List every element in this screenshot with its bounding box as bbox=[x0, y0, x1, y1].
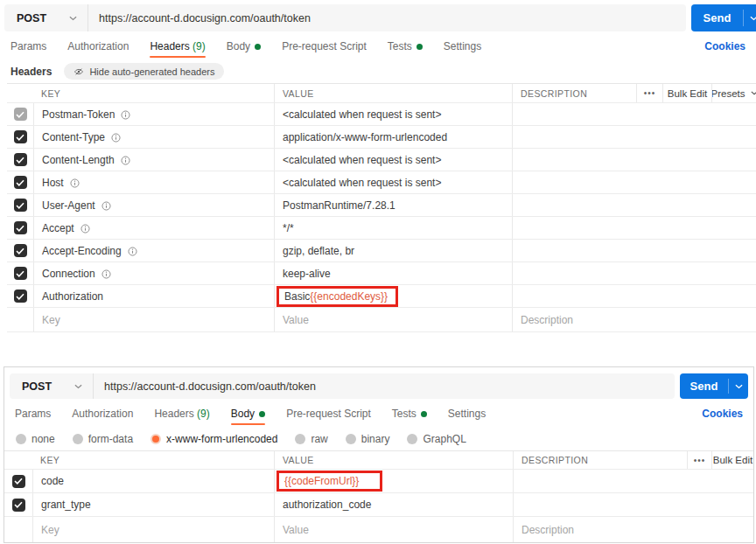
row-checkbox[interactable] bbox=[14, 267, 27, 280]
row-checkbox[interactable] bbox=[14, 289, 27, 303]
row-checkbox[interactable] bbox=[14, 108, 27, 121]
body-mode-none[interactable]: none bbox=[16, 433, 55, 445]
presets-dropdown[interactable]: Presets bbox=[711, 84, 756, 102]
key-cell[interactable]: Accept-Encoding bbox=[33, 240, 274, 262]
tab-settings[interactable]: Settings bbox=[448, 408, 486, 427]
value-cell[interactable]: application/x-www-form-urlencoded bbox=[274, 126, 512, 148]
info-icon bbox=[102, 269, 111, 279]
value-cell[interactable]: authorization_code bbox=[274, 493, 513, 516]
request-panel-headers: POST https://account-d.docusign.com/oaut… bbox=[0, 0, 756, 343]
description-cell[interactable] bbox=[512, 194, 756, 216]
tab-params[interactable]: Params bbox=[10, 40, 46, 59]
info-icon bbox=[111, 133, 121, 143]
column-description: DESCRIPTION bbox=[513, 451, 687, 469]
key-cell[interactable]: Accept bbox=[33, 217, 274, 239]
description-cell[interactable] bbox=[512, 262, 756, 284]
description-cell[interactable] bbox=[512, 240, 756, 262]
row-checkbox[interactable] bbox=[14, 199, 27, 212]
value-cell[interactable]: PostmanRuntime/7.28.1 bbox=[274, 194, 512, 216]
table-row: Postman-Token <calculated when request i… bbox=[7, 103, 756, 126]
row-checkbox[interactable] bbox=[14, 176, 27, 189]
key-cell[interactable]: User-Agent bbox=[33, 194, 274, 216]
value-cell[interactable]: <calculated when request is sent> bbox=[274, 149, 512, 171]
body-mode-graphql[interactable]: GraphQL bbox=[407, 433, 466, 445]
tab-prerequest-script[interactable]: Pre-request Script bbox=[286, 408, 371, 427]
row-checkbox[interactable] bbox=[14, 130, 27, 143]
send-button[interactable]: Send bbox=[691, 4, 756, 31]
key-cell[interactable]: Host bbox=[33, 171, 274, 193]
url-input[interactable]: https://account-d.docusign.com/oauth/tok… bbox=[88, 12, 311, 24]
body-mode-binary[interactable]: binary bbox=[346, 433, 390, 445]
key-cell[interactable]: Content-Length bbox=[33, 149, 274, 171]
value-input[interactable]: Value bbox=[274, 517, 513, 542]
tab-tests[interactable]: Tests bbox=[392, 408, 427, 427]
description-cell[interactable] bbox=[512, 285, 756, 307]
url-row: POST https://account-d.docusign.com/oaut… bbox=[4, 4, 756, 31]
description-cell[interactable] bbox=[512, 217, 756, 239]
value-cell[interactable]: */* bbox=[274, 217, 512, 239]
request-tabs: Params Authorization Headers (9) Body Pr… bbox=[0, 31, 756, 59]
row-checkbox[interactable] bbox=[12, 499, 25, 512]
more-options-icon[interactable]: ••• bbox=[636, 84, 662, 102]
cookies-link[interactable]: Cookies bbox=[704, 40, 746, 59]
row-checkbox[interactable] bbox=[14, 244, 27, 257]
body-mode-urlencoded[interactable]: x-www-form-urlencoded bbox=[150, 433, 277, 445]
key-cell[interactable]: Content-Type bbox=[33, 126, 274, 148]
row-checkbox[interactable] bbox=[12, 475, 25, 488]
chevron-down-icon bbox=[74, 384, 82, 389]
row-checkbox[interactable] bbox=[14, 153, 27, 166]
description-input[interactable]: Description bbox=[513, 517, 753, 542]
value-cell[interactable]: Basic {{encodedKeys}} bbox=[274, 285, 512, 307]
value-cell[interactable]: <calculated when request is sent> bbox=[274, 103, 512, 125]
table-row: User-Agent PostmanRuntime/7.28.1 bbox=[7, 194, 756, 217]
tab-params[interactable]: Params bbox=[15, 408, 51, 427]
key-input[interactable]: Key bbox=[33, 308, 274, 331]
description-cell[interactable] bbox=[513, 493, 753, 516]
url-input[interactable]: https://account-d.docusign.com/oauth/tok… bbox=[94, 380, 316, 393]
description-cell[interactable] bbox=[512, 149, 756, 171]
key-cell[interactable]: Connection bbox=[33, 262, 274, 284]
tab-authorization[interactable]: Authorization bbox=[67, 40, 129, 59]
value-cell[interactable]: <calculated when request is sent> bbox=[274, 171, 512, 193]
headers-table-header: KEY VALUE DESCRIPTION ••• Bulk Edit Pres… bbox=[7, 84, 756, 103]
description-cell[interactable] bbox=[512, 126, 756, 148]
tab-tests[interactable]: Tests bbox=[388, 40, 423, 59]
tests-dot-icon bbox=[421, 411, 427, 417]
value-input[interactable]: Value bbox=[274, 308, 512, 331]
key-cell[interactable]: Authorization bbox=[33, 285, 274, 307]
body-mode-form-data[interactable]: form-data bbox=[73, 433, 133, 445]
tab-prerequest-script[interactable]: Pre-request Script bbox=[282, 40, 367, 59]
tab-authorization[interactable]: Authorization bbox=[72, 408, 133, 427]
tab-body[interactable]: Body bbox=[231, 408, 265, 427]
send-options-chevron-icon[interactable] bbox=[729, 384, 748, 389]
description-cell[interactable] bbox=[512, 171, 756, 193]
key-input[interactable]: Key bbox=[32, 517, 274, 542]
value-cell[interactable]: gzip, deflate, br bbox=[274, 240, 512, 262]
description-cell[interactable] bbox=[512, 103, 756, 125]
bulk-edit-button[interactable]: Bulk Edit bbox=[711, 451, 753, 469]
value-cell[interactable]: keep-alive bbox=[274, 262, 512, 284]
tab-headers[interactable]: Headers (9) bbox=[154, 408, 209, 427]
row-checkbox[interactable] bbox=[14, 221, 27, 234]
tab-body[interactable]: Body bbox=[227, 40, 261, 59]
info-icon bbox=[121, 110, 130, 120]
bulk-edit-button[interactable]: Bulk Edit bbox=[662, 84, 711, 102]
more-options-icon[interactable]: ••• bbox=[687, 451, 711, 469]
headers-count: (9) bbox=[197, 408, 210, 420]
key-cell[interactable]: code bbox=[32, 470, 274, 492]
send-button[interactable]: Send bbox=[680, 373, 748, 399]
key-cell[interactable]: grant_type bbox=[32, 493, 274, 516]
tab-settings[interactable]: Settings bbox=[444, 40, 481, 59]
description-cell[interactable] bbox=[513, 470, 753, 492]
hide-autogenerated-toggle[interactable]: Hide auto-generated headers bbox=[64, 63, 224, 80]
method-dropdown[interactable]: POST bbox=[10, 373, 94, 399]
tab-headers[interactable]: Headers (9) bbox=[150, 40, 205, 59]
info-icon bbox=[80, 224, 90, 234]
value-cell[interactable]: {{codeFromUrl}} bbox=[274, 470, 513, 492]
method-dropdown[interactable]: POST bbox=[4, 4, 88, 31]
cookies-link[interactable]: Cookies bbox=[702, 408, 743, 427]
key-cell[interactable]: Postman-Token bbox=[33, 103, 274, 125]
description-input[interactable]: Description bbox=[512, 308, 756, 331]
send-options-chevron-icon[interactable] bbox=[744, 16, 756, 21]
body-mode-raw[interactable]: raw bbox=[295, 433, 327, 445]
